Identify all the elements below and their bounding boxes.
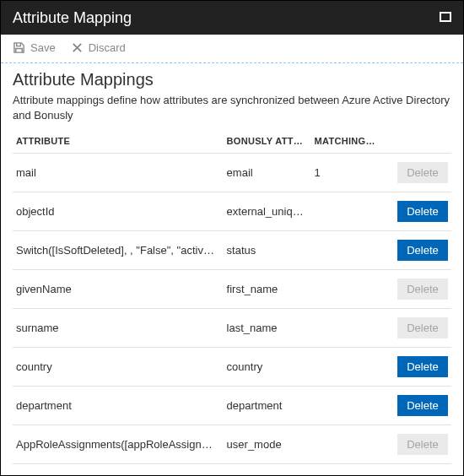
cell-matching [311, 192, 381, 231]
table-row[interactable]: Switch([IsSoftDeleted], , "False", "acti… [13, 231, 451, 270]
cell-attribute: AppRoleAssignments([appRoleAssignments]) [13, 425, 224, 464]
section-heading: Attribute Mappings [13, 70, 451, 89]
cell-attribute: mail [13, 154, 224, 192]
cell-matching [311, 348, 381, 387]
cell-attribute: department [13, 387, 224, 425]
cell-action: Delete [381, 231, 451, 270]
discard-label: Discard [89, 41, 126, 54]
cell-matching [311, 270, 381, 309]
delete-button: Delete [397, 279, 448, 300]
cell-action: Delete [381, 387, 451, 425]
cell-attribute: country [13, 348, 224, 387]
cell-bonusly: email [224, 154, 311, 192]
cell-attribute: objectId [13, 192, 224, 231]
table-row[interactable]: mailemail1Delete [13, 154, 451, 192]
cell-action: Delete [381, 425, 451, 464]
delete-button[interactable]: Delete [397, 240, 448, 261]
cell-action: Delete [381, 154, 451, 192]
cell-bonusly: country [224, 348, 311, 387]
titlebar: Attribute Mapping [1, 1, 463, 35]
cell-matching: 1 [311, 154, 381, 192]
cell-attribute: surname [13, 309, 224, 348]
save-label: Save [30, 41, 56, 54]
table-row[interactable]: objectIdexternal_uniq…Delete [13, 192, 451, 231]
discard-button[interactable]: Discard [71, 41, 126, 54]
cell-action: Delete [381, 309, 451, 348]
maximize-icon[interactable] [440, 12, 451, 24]
cell-matching [311, 387, 381, 425]
col-bonusly: BONUSLY ATT… [224, 131, 311, 154]
col-attribute: ATTRIBUTE [13, 131, 224, 154]
cell-bonusly: external_uniq… [224, 192, 311, 231]
cell-bonusly: first_name [224, 270, 311, 309]
mappings-table: ATTRIBUTE BONUSLY ATT… MATCHING … mailem… [13, 131, 451, 475]
table-row[interactable]: givenNamefirst_nameDelete [13, 270, 451, 309]
table-header-row: ATTRIBUTE BONUSLY ATT… MATCHING … [13, 131, 451, 154]
panel-body: Attribute Mappings Attribute mappings de… [1, 63, 463, 475]
delete-button[interactable]: Delete [397, 356, 448, 377]
page-title: Attribute Mapping [13, 9, 132, 27]
section-description: Attribute mappings define how attributes… [13, 93, 451, 122]
cell-matching [311, 425, 381, 464]
cell-bonusly: last_name [224, 309, 311, 348]
add-mapping-row[interactable]: Add New Mapping [13, 464, 451, 475]
delete-button[interactable]: Delete [397, 201, 448, 222]
save-button[interactable]: Save [13, 41, 56, 54]
cell-action: Delete [381, 192, 451, 231]
add-mapping-label: Add New Mapping [13, 464, 451, 475]
toolbar: Save Discard [1, 35, 463, 63]
cell-bonusly: status [224, 231, 311, 270]
cell-bonusly: user_mode [224, 425, 311, 464]
cell-attribute: givenName [13, 270, 224, 309]
table-row[interactable]: surnamelast_nameDelete [13, 309, 451, 348]
delete-button: Delete [397, 434, 448, 455]
table-row[interactable]: countrycountryDelete [13, 348, 451, 387]
cell-matching [311, 231, 381, 270]
table-row[interactable]: departmentdepartmentDelete [13, 387, 451, 425]
delete-button: Delete [397, 317, 448, 338]
cell-action: Delete [381, 270, 451, 309]
delete-button[interactable]: Delete [397, 395, 448, 416]
delete-button: Delete [397, 162, 448, 183]
save-icon [13, 41, 25, 54]
cell-action: Delete [381, 348, 451, 387]
col-matching: MATCHING … [311, 131, 381, 154]
close-icon [71, 41, 84, 54]
table-row[interactable]: AppRoleAssignments([appRoleAssignments])… [13, 425, 451, 464]
cell-attribute: Switch([IsSoftDeleted], , "False", "acti… [13, 231, 224, 270]
cell-matching [311, 309, 381, 348]
window-frame: Attribute Mapping Save Discard Attribute… [0, 0, 464, 476]
cell-bonusly: department [224, 387, 311, 425]
